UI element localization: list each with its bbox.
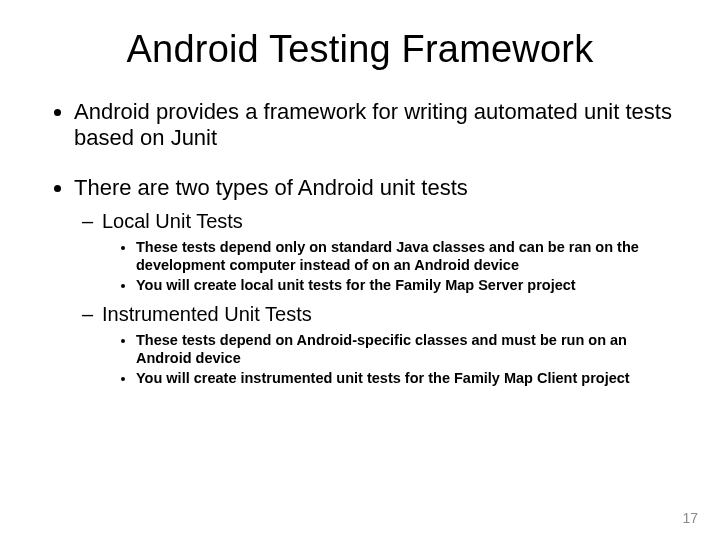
- subsub-item: You will create instrumented unit tests …: [136, 369, 680, 387]
- slide-title: Android Testing Framework: [40, 28, 680, 71]
- subsub-item: You will create local unit tests for the…: [136, 276, 680, 294]
- bullet-text: There are two types of Android unit test…: [74, 175, 468, 200]
- sub-list: Local Unit Tests These tests depend only…: [74, 209, 680, 388]
- subsub-list: These tests depend only on standard Java…: [102, 238, 680, 294]
- sub-item: Instrumented Unit Tests These tests depe…: [102, 302, 680, 387]
- subsub-item: These tests depend only on standard Java…: [136, 238, 680, 274]
- subsub-text: These tests depend on Android-specific c…: [136, 332, 627, 366]
- page-number: 17: [682, 510, 698, 526]
- bullet-item: Android provides a framework for writing…: [74, 99, 680, 151]
- subsub-text: You will create instrumented unit tests …: [136, 370, 630, 386]
- subsub-text: These tests depend only on standard Java…: [136, 239, 639, 273]
- sub-text: Instrumented Unit Tests: [102, 303, 312, 325]
- bullet-list: Android provides a framework for writing…: [40, 99, 680, 388]
- bullet-text: Android provides a framework for writing…: [74, 99, 672, 150]
- slide: Android Testing Framework Android provid…: [0, 0, 720, 540]
- sub-item: Local Unit Tests These tests depend only…: [102, 209, 680, 294]
- subsub-text: You will create local unit tests for the…: [136, 277, 576, 293]
- subsub-item: These tests depend on Android-specific c…: [136, 331, 680, 367]
- subsub-list: These tests depend on Android-specific c…: [102, 331, 680, 387]
- sub-text: Local Unit Tests: [102, 210, 243, 232]
- bullet-item: There are two types of Android unit test…: [74, 175, 680, 388]
